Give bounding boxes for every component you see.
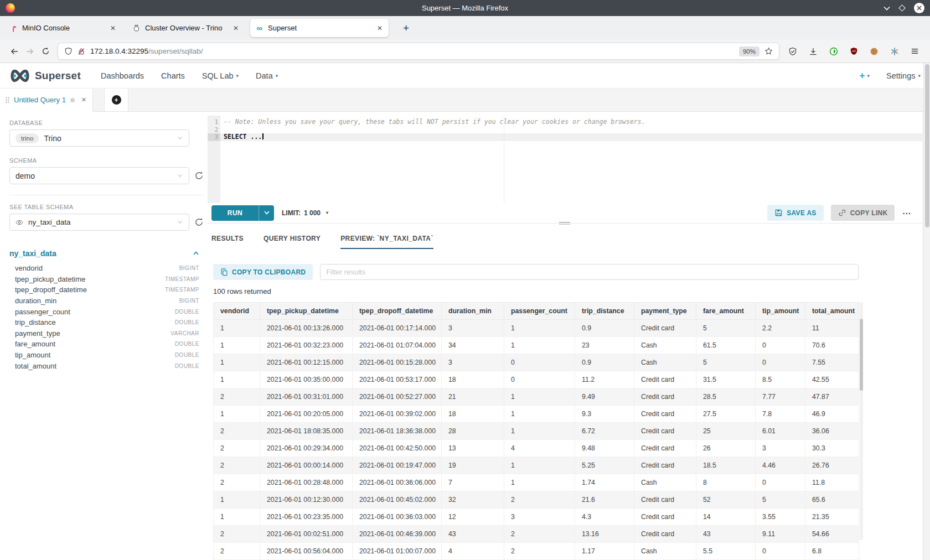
table-cell: 26.76 bbox=[805, 457, 859, 474]
window-controls bbox=[884, 3, 924, 13]
filter-results-input[interactable] bbox=[320, 264, 859, 280]
forward-button[interactable] bbox=[22, 44, 38, 59]
table-cell: Credit card bbox=[634, 423, 696, 440]
column-header[interactable]: vendorid bbox=[214, 303, 260, 320]
svg-text:uO: uO bbox=[852, 49, 856, 53]
copy-link-button[interactable]: COPY LINK bbox=[831, 205, 895, 221]
plus-circle-icon: + bbox=[112, 95, 121, 105]
window-close-button[interactable] bbox=[914, 3, 924, 13]
url-text[interactable]: 172.18.0.4:32295/superset/sqllab/ bbox=[90, 47, 203, 55]
tab-close-icon[interactable]: ✕ bbox=[376, 24, 384, 32]
page-scrollbar-thumb[interactable] bbox=[925, 64, 929, 227]
run-options-caret[interactable] bbox=[259, 205, 274, 221]
new-tab-button[interactable]: + bbox=[400, 22, 412, 34]
nav-item-charts[interactable]: Charts bbox=[161, 71, 185, 80]
column-header[interactable]: tip_amount bbox=[756, 303, 805, 320]
table-cell: 18.5 bbox=[696, 457, 756, 474]
limit-dropdown[interactable]: LIMIT: 1 000 ▾ bbox=[282, 209, 328, 217]
back-button[interactable] bbox=[7, 44, 22, 59]
table-cell: 0 bbox=[756, 354, 805, 371]
database-select[interactable]: trino Trino bbox=[9, 129, 189, 147]
column-header[interactable]: duration_min bbox=[442, 303, 504, 320]
browser-tab-strip: MinIO Console✕Cluster Overview - Trino✕∞… bbox=[4, 16, 394, 40]
nav-item-data[interactable]: Data▾ bbox=[256, 71, 278, 80]
zoom-level-badge[interactable]: 90% bbox=[739, 46, 760, 56]
column-header[interactable]: total_amount bbox=[805, 303, 859, 320]
results-tab-2[interactable]: PREVIEW: `NY_TAXI_DATA` bbox=[340, 235, 433, 249]
add-query-tab-button[interactable]: + bbox=[104, 89, 128, 111]
table-cell: 11.8 bbox=[805, 474, 859, 491]
column-header[interactable]: fare_amount bbox=[696, 303, 756, 320]
run-label[interactable]: RUN bbox=[211, 205, 259, 221]
table-cell: 1 bbox=[504, 320, 575, 337]
more-options-button[interactable]: ... bbox=[900, 206, 913, 216]
reload-button[interactable] bbox=[38, 44, 53, 59]
table-cell: 2 bbox=[214, 423, 260, 440]
browser-tab-trino[interactable]: Cluster Overview - Trino✕ bbox=[127, 19, 245, 37]
sql-code-editor[interactable]: 123 -- Note: Unless you save your query,… bbox=[207, 116, 922, 203]
column-header[interactable]: trip_distance bbox=[575, 303, 634, 320]
navbar-right: + ▾ Settings ▾ bbox=[860, 71, 921, 80]
table-column-row: vendoridBIGINT bbox=[9, 263, 204, 274]
bookmark-star-icon[interactable] bbox=[764, 47, 773, 55]
results-tab-1[interactable]: QUERY HISTORY bbox=[264, 235, 321, 249]
new-item-button[interactable]: + ▾ bbox=[860, 72, 870, 80]
nav-item-dashboards[interactable]: Dashboards bbox=[101, 71, 144, 80]
copy-to-clipboard-button[interactable]: COPY TO CLIPBOARD bbox=[213, 264, 313, 280]
downloads-icon[interactable] bbox=[809, 47, 818, 56]
insecure-lock-icon[interactable] bbox=[78, 48, 85, 55]
rows-returned-text: 100 rows returned bbox=[213, 287, 859, 295]
table-cell: 34 bbox=[442, 337, 504, 354]
table-scrollbar-thumb[interactable] bbox=[860, 319, 863, 391]
tab-close-icon[interactable]: ✕ bbox=[232, 24, 240, 32]
table-cell: 18 bbox=[442, 371, 504, 388]
extension-green-icon[interactable] bbox=[829, 47, 838, 56]
table-cell: 2021-06-01 00:36:06.000 bbox=[353, 474, 442, 491]
pane-resize-handle[interactable] bbox=[559, 221, 570, 226]
column-header[interactable]: tpep_pickup_datetime bbox=[260, 303, 353, 320]
table-cell: 30.3 bbox=[805, 440, 859, 457]
nav-item-sql-lab[interactable]: SQL Lab▾ bbox=[202, 71, 239, 80]
schema-select[interactable]: demo bbox=[9, 167, 189, 184]
url-bar[interactable]: 172.18.0.4:32295/superset/sqllab/ 90% bbox=[58, 43, 779, 60]
column-header[interactable]: tpep_dropoff_datetime bbox=[353, 303, 442, 320]
save-as-button[interactable]: SAVE AS bbox=[767, 205, 823, 221]
table-cell: 2021-06-01 00:52:27.000 bbox=[353, 388, 442, 406]
tracking-protection-icon[interactable] bbox=[788, 47, 797, 56]
column-type: DOUBLE bbox=[175, 363, 204, 369]
sql-editor-pane: 123 -- Note: Unless you save your query,… bbox=[207, 112, 923, 560]
table-cell: 2021-06-01 00:20:05.000 bbox=[260, 406, 353, 423]
editor-code[interactable]: -- Note: Unless you save your query, the… bbox=[220, 116, 922, 203]
close-query-tab-icon[interactable]: ✕ bbox=[81, 96, 86, 103]
browser-tab-superset[interactable]: ∞Superset✕ bbox=[250, 19, 389, 37]
table-cell: 13.16 bbox=[575, 526, 634, 543]
run-query-button[interactable]: RUN bbox=[211, 205, 274, 221]
browser-tab-minio[interactable]: MinIO Console✕ bbox=[4, 19, 122, 37]
tab-close-icon[interactable]: ✕ bbox=[109, 24, 117, 32]
extension-asterisk-icon[interactable] bbox=[890, 47, 899, 56]
column-header[interactable]: payment_type bbox=[634, 303, 696, 320]
table-name-link[interactable]: ny_taxi_data bbox=[9, 249, 56, 258]
browser-toolbar: 172.18.0.4:32295/superset/sqllab/ 90% uO bbox=[0, 40, 930, 63]
column-type: DOUBLE bbox=[175, 352, 204, 358]
page-scrollbar[interactable] bbox=[923, 63, 930, 560]
results-tab-0[interactable]: RESULTS bbox=[211, 235, 244, 249]
table-select[interactable]: ny_taxi_data bbox=[9, 214, 189, 231]
permissions-shield-icon[interactable] bbox=[64, 47, 73, 55]
window-maximize-button[interactable] bbox=[900, 6, 905, 11]
ublock-shield-icon[interactable]: uO bbox=[850, 47, 858, 55]
query-tab-active[interactable]: Untitled Query 1 ✕ bbox=[0, 89, 93, 112]
cookie-icon[interactable] bbox=[870, 47, 879, 56]
sqllab-main: DATABASE trino Trino SCHEMA demo bbox=[0, 112, 930, 560]
refresh-schema-icon[interactable] bbox=[194, 171, 204, 180]
copy-icon bbox=[220, 268, 228, 276]
table-scrollbar[interactable] bbox=[860, 302, 863, 540]
collapse-table-icon[interactable] bbox=[193, 250, 199, 257]
column-header[interactable]: passenger_count bbox=[504, 303, 575, 320]
window-menu-button[interactable] bbox=[884, 6, 890, 11]
table-cell: 2 bbox=[214, 388, 260, 406]
settings-menu[interactable]: Settings ▾ bbox=[886, 71, 921, 80]
hamburger-menu-icon[interactable] bbox=[911, 47, 919, 55]
refresh-tables-icon[interactable] bbox=[194, 217, 204, 227]
superset-logo[interactable]: Superset bbox=[9, 69, 81, 83]
